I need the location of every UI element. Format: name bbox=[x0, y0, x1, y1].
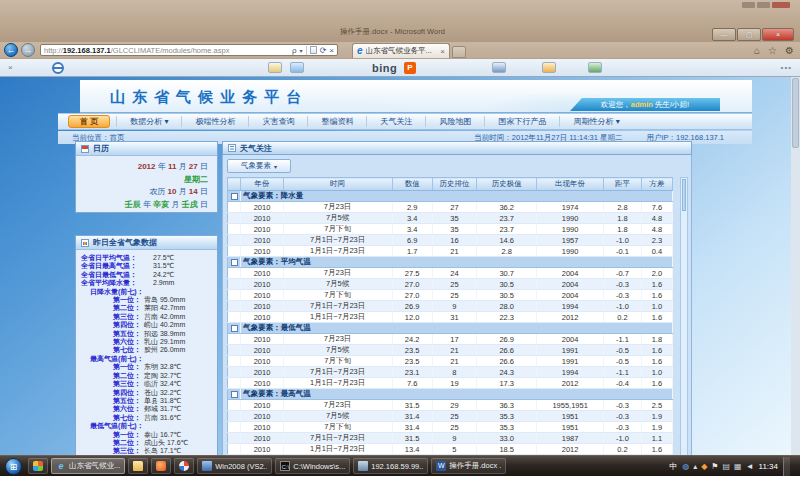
nav-item[interactable]: 整编资料 bbox=[307, 116, 366, 127]
cell: 8 bbox=[432, 367, 477, 378]
cell: 1.6 bbox=[641, 345, 672, 356]
calendar-panel-title: 日历 bbox=[93, 143, 109, 154]
table-row[interactable]: 20107月下旬27.02530.52004-0.31.6 bbox=[228, 290, 673, 301]
close-button[interactable]: × bbox=[762, 28, 794, 41]
row-checkbox-cell bbox=[228, 301, 241, 312]
cell: 2010 bbox=[241, 345, 283, 356]
favorites-icon[interactable]: ☆ bbox=[768, 43, 777, 58]
browser-back-button[interactable]: ← bbox=[4, 43, 18, 57]
panel-scrollbar[interactable] bbox=[680, 177, 688, 455]
nav-item[interactable]: 周期性分析 ▾ bbox=[559, 116, 632, 127]
camera-icon[interactable] bbox=[492, 62, 506, 73]
table-row[interactable]: 20101月1日~7月23日13.4518.520120.21.6 bbox=[228, 444, 673, 455]
nav-item[interactable]: 灾害查询 bbox=[248, 116, 307, 127]
maximize-button[interactable]: ▢ bbox=[737, 28, 761, 41]
table-row[interactable]: 20107月1日~7月23日6.91614.61957-1.02.3 bbox=[228, 235, 673, 246]
table-row[interactable]: 20107月5候27.02530.52004-0.31.6 bbox=[228, 279, 673, 290]
table-row[interactable]: 20107月1日~7月23日31.5933.01987-1.01.1 bbox=[228, 433, 673, 444]
taskbar-vm-window[interactable]: Win2008 (VS2... bbox=[197, 458, 272, 474]
taskbar-launcher[interactable] bbox=[28, 458, 48, 474]
cell: 1.6 bbox=[641, 279, 672, 290]
launcher-icon bbox=[33, 461, 43, 471]
table-row[interactable]: 20107月23日27.52430.72004-0.72.0 bbox=[228, 268, 673, 279]
nav-item[interactable]: 国家下行产品 bbox=[484, 116, 559, 127]
ime-indicator[interactable]: 中 bbox=[669, 461, 677, 472]
home-icon[interactable]: ⌂ bbox=[754, 43, 760, 58]
table-row[interactable]: 20101月1日~7月23日7.61917.32012-0.41.6 bbox=[228, 378, 673, 389]
bing-box-icon[interactable] bbox=[404, 62, 416, 74]
taskbar-explorer[interactable] bbox=[128, 458, 148, 474]
safety-icon[interactable]: ◍ bbox=[682, 462, 689, 471]
table-row[interactable]: 20107月5候3.43523.719901.84.8 bbox=[228, 213, 673, 224]
scrollbar-thumb[interactable] bbox=[682, 179, 686, 211]
display-icon[interactable]: ▤ bbox=[723, 462, 731, 471]
table-row[interactable]: 20107月5候23.52126.61991-0.51.6 bbox=[228, 345, 673, 356]
taskbar-word-document[interactable]: W操作手册.docx ... bbox=[431, 458, 506, 474]
taskbar-command-prompt[interactable]: C:\C:\Windows\s... bbox=[275, 458, 350, 474]
address-bar[interactable]: http://192.168.137.1/GLCCLIMATE/modules/… bbox=[40, 44, 338, 56]
cell: 1.6 bbox=[641, 378, 672, 389]
more-icon[interactable]: ••• bbox=[781, 63, 792, 72]
nav-item[interactable]: 首 页 bbox=[68, 115, 110, 128]
cell: 26.6 bbox=[477, 356, 537, 367]
table-header-row: 年份时间数值历史排位历史极值出现年份距平方差 bbox=[228, 178, 673, 191]
table-row[interactable]: 20107月1日~7月23日26.9928.01994-1.01.0 bbox=[228, 301, 673, 312]
hidden-icons-arrow[interactable]: ▴ bbox=[693, 462, 697, 471]
nav-item[interactable]: 数据分析 ▾ bbox=[116, 116, 181, 127]
refresh-icon[interactable]: ⟳ bbox=[320, 46, 327, 55]
chevron-down-icon[interactable]: ▾ bbox=[300, 47, 303, 54]
table-row[interactable]: 20107月23日24.21726.92004-1.11.8 bbox=[228, 334, 673, 345]
taskbar-media-app[interactable] bbox=[151, 458, 171, 474]
minimize-button[interactable]: — bbox=[712, 28, 736, 41]
system-tray: 中 ◍▴◆⚑▤▦◄ 11:34 bbox=[669, 456, 790, 477]
section-checkbox[interactable] bbox=[231, 193, 238, 200]
show-desktop-button[interactable] bbox=[783, 457, 790, 476]
table-row[interactable]: 20101月1日~7月23日1.7212.81990-0.10.4 bbox=[228, 246, 673, 257]
nav-item[interactable]: 天气关注 bbox=[366, 116, 425, 127]
background-window-title: 操作手册.docx - Microsoft Word bbox=[340, 27, 445, 37]
nav-item[interactable]: 风险地图 bbox=[425, 116, 484, 127]
browser-tab[interactable]: e 山东省气候业务平... × bbox=[352, 43, 450, 58]
taskbar-ie[interactable]: e山东省气候业... bbox=[51, 458, 125, 474]
new-tab-button[interactable] bbox=[452, 46, 466, 58]
stop-icon[interactable]: × bbox=[329, 46, 334, 55]
people-icon[interactable] bbox=[588, 62, 602, 73]
tools-icon[interactable]: ⚙ bbox=[785, 43, 794, 58]
element-filter-button[interactable]: 气象要素 ▾ bbox=[227, 159, 291, 173]
alert-icon[interactable]: ◆ bbox=[701, 462, 707, 471]
section-checkbox[interactable] bbox=[231, 325, 238, 332]
toolbar-close-icon[interactable]: × bbox=[8, 63, 13, 72]
table-row[interactable]: 20101月1日~7月23日12.03122.320120.21.6 bbox=[228, 312, 673, 323]
clock[interactable]: 11:34 bbox=[759, 462, 778, 471]
cell: 0.2 bbox=[603, 444, 641, 455]
network-icon[interactable]: ▦ bbox=[734, 462, 742, 471]
table-row[interactable]: 20107月23日31.52936.31955,1951-0.32.5 bbox=[228, 400, 673, 411]
table-row[interactable]: 20107月下旬31.42535.31951-0.31.9 bbox=[228, 422, 673, 433]
photos-icon[interactable] bbox=[290, 62, 304, 73]
mail-icon[interactable] bbox=[268, 62, 282, 73]
taskbar-remote-desktop[interactable]: 192.168.59.99... bbox=[353, 458, 428, 474]
flag-icon[interactable]: ⚑ bbox=[711, 462, 718, 471]
messenger-icon[interactable] bbox=[542, 62, 556, 73]
start-button[interactable]: ⊞ bbox=[5, 458, 22, 475]
nav-item[interactable]: 极端性分析 bbox=[181, 116, 248, 127]
cell: 7月下旬 bbox=[283, 290, 392, 301]
page-icon[interactable] bbox=[310, 46, 317, 54]
table-row[interactable]: 20107月5候31.42535.31951-0.31.9 bbox=[228, 411, 673, 422]
section-checkbox[interactable] bbox=[231, 391, 238, 398]
section-checkbox[interactable] bbox=[231, 259, 238, 266]
scrollbar-thumb[interactable] bbox=[792, 78, 799, 148]
bing-logo[interactable]: bing bbox=[372, 62, 397, 74]
tab-close-icon[interactable]: × bbox=[440, 47, 445, 56]
volume-icon[interactable]: ◄ bbox=[746, 462, 754, 471]
table-row[interactable]: 20107月23日2.92736.219742.87.6 bbox=[228, 202, 673, 213]
table-row[interactable]: 20107月下旬23.52126.61991-0.51.6 bbox=[228, 356, 673, 367]
search-icon[interactable]: ρ bbox=[292, 46, 297, 55]
table-row[interactable]: 20107月1日~7月23日23.1824.31994-1.11.0 bbox=[228, 367, 673, 378]
cell: 2.0 bbox=[641, 268, 672, 279]
browser-scrollbar[interactable] bbox=[791, 77, 800, 455]
blocked-icon[interactable] bbox=[52, 62, 64, 74]
taskbar-browser-ball[interactable] bbox=[174, 458, 194, 474]
browser-forward-button[interactable]: → bbox=[21, 43, 35, 57]
table-row[interactable]: 20107月下旬3.43523.719901.84.8 bbox=[228, 224, 673, 235]
